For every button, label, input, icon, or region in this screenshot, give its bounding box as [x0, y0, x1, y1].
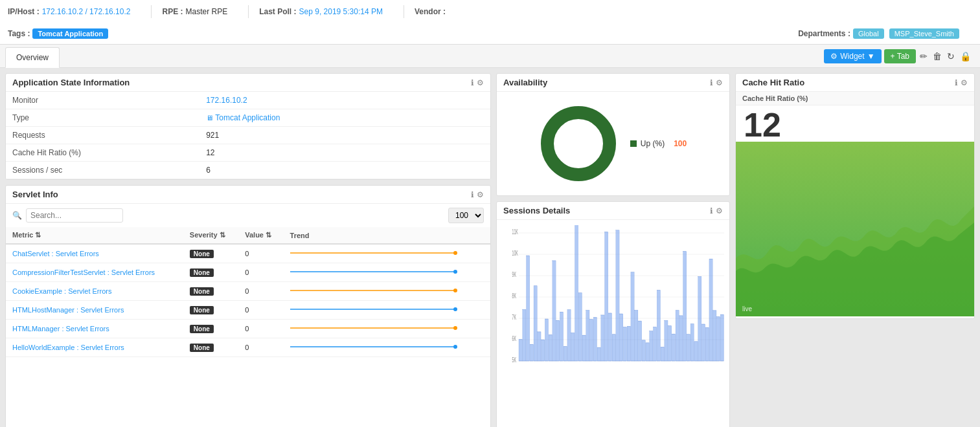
sessions-header: Sessions Details ℹ ⚙ [497, 202, 729, 220]
info-icon[interactable]: ℹ [471, 190, 474, 199]
session-bar [608, 313, 611, 361]
session-bar [560, 312, 563, 361]
session-bar [642, 340, 645, 361]
dept1-badge[interactable]: Global [853, 28, 884, 39]
session-bar [586, 311, 589, 361]
settings-icon[interactable]: ⚙ [477, 190, 484, 199]
metric-link[interactable]: HTMLManager : Servlet Errors [12, 325, 109, 333]
session-bar [716, 317, 720, 361]
metric-link[interactable]: CookieExample : Servlet Errors [12, 287, 111, 295]
trend-sparkline [290, 323, 459, 333]
table-row: Cache Hit Ratio (%) 12 [6, 144, 490, 162]
table-row: ChatServlet : Servlet ErrorsNone0 [6, 244, 490, 263]
settings-icon[interactable]: ⚙ [716, 206, 723, 215]
type-link[interactable]: Tomcat Application [215, 113, 280, 122]
info-icon[interactable]: ℹ [710, 206, 713, 215]
table-row: CompressionFilterTestServlet : Servlet E… [6, 263, 490, 282]
metric-link[interactable]: CompressionFilterTestServlet : Servlet E… [12, 268, 155, 276]
settings-icon[interactable]: ⚙ [477, 78, 484, 87]
servlet-info-title: Servlet Info [12, 190, 58, 199]
delete-icon[interactable]: 🗑 [931, 50, 943, 63]
svg-text:10K: 10K [512, 250, 519, 257]
svg-point-11 [453, 345, 457, 349]
tag-badge[interactable]: Tomcat Application [32, 28, 108, 39]
divider2 [248, 5, 249, 18]
session-bar [720, 314, 724, 361]
app-state-table: Monitor 172.16.10.2 Type 🖥 Tomcat Applic… [6, 92, 490, 179]
session-bar [612, 334, 615, 361]
rpe-value: Master RPE [185, 7, 227, 16]
session-bar [593, 318, 597, 361]
monitor-value[interactable]: 172.16.10.2 [206, 96, 247, 105]
refresh-icon[interactable]: ↻ [946, 50, 956, 63]
settings-icon[interactable]: ⚙ [961, 78, 968, 87]
session-bar [635, 311, 638, 361]
page-header: IP/Host : 172.16.10.2 / 172.16.10.2 RPE … [0, 0, 980, 45]
main-layout: Application State Information ℹ ⚙ Monito… [0, 68, 980, 427]
trend-cell [284, 320, 490, 338]
severity-badge: None [190, 287, 214, 296]
cache-hit-actions: ℹ ⚙ [955, 78, 968, 87]
severity-badge: None [190, 306, 214, 314]
info-icon[interactable]: ℹ [710, 78, 713, 87]
search-input[interactable] [26, 208, 123, 223]
page-size-select[interactable]: 100 50 25 [448, 208, 484, 223]
departments-item: Departments : Global MSP_Steve_Smith [798, 28, 962, 39]
session-bar [556, 320, 560, 361]
tab-overview[interactable]: Overview [5, 47, 60, 68]
widget-button[interactable]: ⚙ Widget ▼ [824, 49, 881, 63]
session-bar [538, 332, 541, 361]
dept2-badge[interactable]: MSP_Steve_Smith [889, 28, 959, 39]
servlet-table: Metric ⇅ Severity ⇅ Value ⇅ Trend ChatSe… [6, 227, 490, 357]
settings-icon[interactable]: ⚙ [716, 78, 723, 87]
tab-actions: ⚙ Widget ▼ + Tab ✏ 🗑 ↻ 🔒 [821, 47, 975, 66]
availability-header: Availability ℹ ⚙ [497, 74, 729, 92]
sessions-title: Sessions Details [503, 206, 570, 215]
session-bar [623, 327, 626, 361]
info-icon[interactable]: ℹ [471, 78, 474, 87]
session-bar [575, 225, 578, 361]
session-bar [687, 334, 690, 361]
col-severity[interactable]: Severity ⇅ [183, 227, 238, 244]
trend-sparkline [290, 285, 459, 296]
session-bar [672, 334, 675, 361]
col-value[interactable]: Value ⇅ [238, 227, 283, 244]
sessions-panel: Sessions Details ℹ ⚙ 11K 10K 9K 8K 7K 6K… [496, 201, 730, 427]
app-state-header: Application State Information ℹ ⚙ [6, 74, 490, 92]
metric-link[interactable]: HTMLHostManager : Servlet Errors [12, 306, 124, 314]
metric-link[interactable]: HelloWorldExample : Servlet Errors [12, 344, 124, 351]
trend-cell [284, 282, 490, 301]
session-bar [701, 324, 705, 361]
cache-chart: live [736, 142, 974, 316]
requests-value: 921 [199, 127, 490, 144]
trend-cell [284, 263, 490, 282]
table-row: HTMLHostManager : Servlet ErrorsNone0 [6, 301, 490, 320]
session-bar [530, 344, 533, 361]
donut-chart [540, 105, 617, 182]
session-bar [657, 290, 660, 361]
cache-hit-panel: Cache Hit Ratio ℹ ⚙ Cache Hit Ratio (%) … [735, 73, 975, 319]
last-poll-value: Sep 9, 2019 5:30:14 PM [299, 7, 383, 16]
rpe-label: RPE : [162, 7, 183, 16]
sessions-chart: 11K 10K 9K 8K 7K 6K 5K [502, 225, 724, 380]
info-icon[interactable]: ℹ [955, 78, 958, 87]
chevron-down-icon: ▼ [867, 52, 875, 61]
session-bar [589, 320, 593, 361]
table-row: Sessions / sec 6 [6, 162, 490, 179]
session-bar [690, 324, 694, 361]
donut-legend: Up (%) 100 [630, 139, 687, 148]
add-tab-button[interactable]: + Tab [884, 49, 916, 63]
sessions-value: 6 [199, 162, 490, 179]
cache-content: Cache Hit Ratio (%) 12 [736, 92, 974, 316]
svg-text:5K: 5K [512, 356, 517, 364]
table-row: Type 🖥 Tomcat Application [6, 109, 490, 127]
session-bar [571, 333, 575, 361]
type-value: 🖥 Tomcat Application [199, 109, 490, 127]
metric-link[interactable]: ChatServlet : Servlet Errors [12, 250, 99, 257]
servlet-info-panel: Servlet Info ℹ ⚙ 🔍 100 50 25 Metric [5, 185, 491, 427]
edit-icon[interactable]: ✏ [918, 50, 929, 63]
lock-icon[interactable]: 🔒 [959, 50, 972, 63]
col-metric[interactable]: Metric ⇅ [6, 227, 183, 244]
sessions-actions: ℹ ⚙ [710, 206, 723, 215]
session-bar [683, 252, 687, 361]
